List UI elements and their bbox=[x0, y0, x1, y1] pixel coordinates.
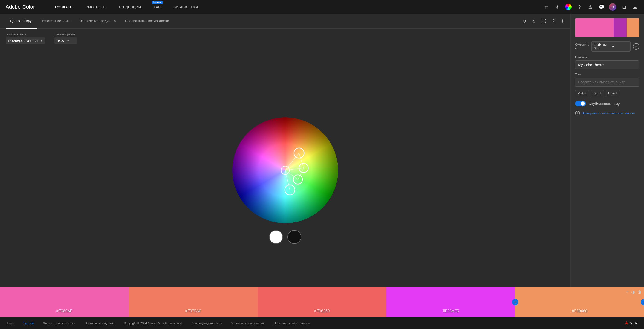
footer-community[interactable]: Правила сообщества bbox=[85, 322, 114, 325]
left-panel: Цветовой круг Извлечение темы Извлечение… bbox=[0, 14, 570, 317]
nav-trends[interactable]: ТЕНДЕНЦИИ bbox=[112, 0, 148, 14]
nav-items: СОЗДАТЬ СМОТРЕТЬ ТЕНДЕНЦИИ Новое LAB БИБ… bbox=[49, 0, 543, 14]
save-to-select[interactable]: Шаблони St... ▼ bbox=[591, 42, 631, 52]
main-content: Цветовой круг Извлечение темы Извлечение… bbox=[0, 14, 644, 317]
swatch-item-5[interactable]: #F09460 ≡ ◑ 🗑 + bbox=[515, 287, 644, 317]
footer: Язык: Русский Форумы пользователей Прави… bbox=[0, 317, 644, 329]
add-swatch-5-button[interactable]: + bbox=[641, 299, 644, 305]
contrast-icon[interactable]: ◑ bbox=[631, 290, 635, 294]
help-icon[interactable]: ? bbox=[576, 4, 583, 10]
hex-1: #F060AF bbox=[56, 309, 72, 313]
avatar[interactable]: U bbox=[609, 3, 616, 10]
harmony-select[interactable]: Последовательная ▼ bbox=[6, 37, 45, 44]
tab-accessibility[interactable]: Специальные возможности bbox=[120, 14, 174, 28]
save-to-label: Сохранить bbox=[575, 43, 589, 46]
color-wheel-svg[interactable] bbox=[232, 117, 338, 223]
white-circle[interactable] bbox=[269, 230, 283, 244]
tag-pink-plus-icon[interactable]: + bbox=[585, 91, 586, 95]
hex-5: #F09460 bbox=[572, 309, 587, 313]
footer-lang-value[interactable]: Русский bbox=[22, 322, 34, 325]
download-icon[interactable]: ⬇ bbox=[561, 18, 565, 24]
publish-label: Опубликовать тему bbox=[588, 102, 620, 106]
share-icon[interactable]: ⇪ bbox=[552, 18, 556, 24]
brand-logo: Adobe Color bbox=[6, 4, 35, 10]
mode-chevron-icon: ▼ bbox=[67, 39, 75, 42]
save-to-chevron-icon: ▼ bbox=[612, 45, 628, 48]
hex-4: #E53AF5 bbox=[443, 309, 459, 313]
swatch-3 bbox=[614, 18, 626, 37]
color-wheel-container bbox=[232, 117, 338, 223]
tag-girl[interactable]: Girl + bbox=[591, 90, 604, 96]
tag-love-plus-icon[interactable]: + bbox=[616, 91, 618, 95]
harmony-chevron-icon: ▼ bbox=[40, 39, 43, 42]
wheel-area bbox=[0, 44, 570, 317]
footer-adobe-label: Adobe bbox=[630, 322, 638, 325]
cloud-icon[interactable]: ☁ bbox=[632, 4, 638, 10]
chat-icon[interactable]: 💬 bbox=[598, 4, 605, 10]
right-panel: Сохранить в Шаблони St... ▼ + Название Т… bbox=[570, 14, 644, 317]
tag-girl-label: Girl bbox=[594, 92, 598, 95]
footer-copyright: Copyright © 2024 Adobe. All rights reser… bbox=[124, 322, 182, 325]
sub-nav-tabs: Цветовой круг Извлечение темы Извлечение… bbox=[6, 14, 522, 28]
info-icon: i bbox=[575, 111, 580, 116]
mode-label: Цветовой режим bbox=[54, 33, 77, 36]
color-wheel-nav-icon[interactable] bbox=[565, 4, 572, 10]
theme-name-input[interactable] bbox=[575, 60, 640, 69]
controls-row: Гармония цвета Последовательная ▼ Цветов… bbox=[0, 28, 570, 44]
swatch-item-2[interactable]: #F07B60 bbox=[129, 287, 258, 317]
save-to-label-2: в bbox=[575, 47, 589, 50]
swatch-4 bbox=[626, 18, 640, 37]
swatch-item-1[interactable]: #F060AF bbox=[0, 287, 129, 317]
swatch-2 bbox=[601, 18, 614, 37]
nav-icons: ☆ ☀ ? ⚠ 💬 U ⊞ ☁ bbox=[543, 3, 638, 10]
grid-icon[interactable]: ⊞ bbox=[620, 4, 628, 10]
publish-toggle[interactable] bbox=[575, 101, 586, 106]
alert-icon[interactable]: ⚠ bbox=[587, 4, 594, 10]
nav-watch[interactable]: СМОТРЕТЬ bbox=[79, 0, 112, 14]
name-field-label: Название bbox=[575, 56, 640, 59]
undo-icon[interactable]: ↺ bbox=[522, 18, 526, 24]
delete-icon[interactable]: 🗑 bbox=[638, 290, 642, 294]
swatch-item-3[interactable]: #F06260 bbox=[258, 287, 386, 317]
footer-privacy[interactable]: Конфиденциальность bbox=[192, 322, 222, 325]
nav-libraries[interactable]: БИБЛИОТЕКИ bbox=[167, 0, 204, 14]
tag-pink[interactable]: Pink + bbox=[575, 90, 589, 96]
accessibility-link[interactable]: Проверить специальные возможности bbox=[582, 111, 635, 115]
redo-icon[interactable]: ↻ bbox=[532, 18, 536, 24]
star-icon[interactable]: ☆ bbox=[543, 4, 550, 10]
tags-field-label: Теги bbox=[575, 73, 640, 76]
adobe-logo-icon: A bbox=[625, 321, 628, 326]
swatch-1 bbox=[575, 18, 601, 37]
new-badge: Новое bbox=[152, 1, 163, 4]
tags-input[interactable] bbox=[575, 78, 640, 86]
sun-icon[interactable]: ☀ bbox=[554, 4, 561, 10]
footer-cookies[interactable]: Настройки cookie-файлов bbox=[274, 322, 310, 325]
nav-create[interactable]: СОЗДАТЬ bbox=[49, 0, 79, 14]
swatch-5-icons: ≡ ◑ 🗑 bbox=[626, 290, 642, 294]
add-library-button[interactable]: + bbox=[633, 43, 640, 50]
mode-select[interactable]: RGB ▼ bbox=[54, 37, 77, 44]
publish-toggle-row: Опубликовать тему bbox=[575, 101, 640, 106]
footer-terms[interactable]: Условия использования bbox=[232, 322, 264, 325]
footer-lang: Язык: bbox=[6, 322, 13, 325]
tag-pink-label: Pink bbox=[578, 92, 584, 95]
tab-theme-extract[interactable]: Извлечение темы bbox=[37, 14, 75, 28]
add-swatch-4-button[interactable]: + bbox=[512, 299, 518, 305]
footer-forums[interactable]: Форумы пользователей bbox=[43, 322, 76, 325]
tag-girl-plus-icon[interactable]: + bbox=[600, 91, 601, 95]
tab-gradient-extract[interactable]: Извлечение градиента bbox=[75, 14, 120, 28]
sub-nav: Цветовой круг Извлечение темы Извлечение… bbox=[0, 14, 570, 28]
fullscreen-icon[interactable]: ⛶ bbox=[542, 18, 546, 24]
sub-nav-actions: ↺ ↻ ⛶ ⇪ ⬇ bbox=[522, 18, 565, 24]
footer-adobe: A Adobe bbox=[625, 321, 638, 326]
tags-row: Pink + Girl + Love + bbox=[575, 90, 640, 96]
tag-love-label: Love bbox=[608, 92, 614, 95]
swatch-strip bbox=[575, 18, 640, 37]
tag-love[interactable]: Love + bbox=[606, 90, 620, 96]
nav-lab[interactable]: Новое LAB bbox=[148, 0, 167, 14]
hex-3: #F06260 bbox=[314, 309, 330, 313]
tab-color-wheel[interactable]: Цветовой круг bbox=[6, 14, 37, 28]
filter-icon[interactable]: ≡ bbox=[626, 290, 628, 294]
black-circle[interactable] bbox=[288, 230, 301, 244]
swatch-item-4[interactable]: #E53AF5 + bbox=[386, 287, 515, 317]
